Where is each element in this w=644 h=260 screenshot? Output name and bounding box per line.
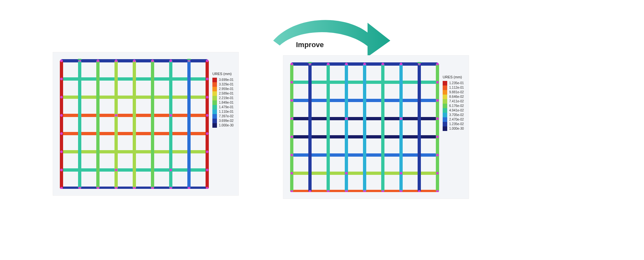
node-marker [345,172,348,175]
legend-value: 3.699e-02 [219,119,234,123]
legend-value: 2.470e-02 [449,117,464,122]
v-beam [327,64,330,191]
v-beam [381,64,384,191]
node-marker [400,63,402,65]
node-marker [60,78,63,80]
legend-swatch [212,110,217,114]
legend-swatch [212,123,217,128]
legend-row: 1.000e-30 [212,123,234,128]
legend-row: 1.849e-01 [212,100,234,105]
legend-row: 1.112e-01 [443,85,464,90]
legend-swatch [443,90,447,95]
legend-swatch [212,96,217,100]
legend-row: 2.959e-01 [212,87,234,91]
legend-value: 3.705e-02 [449,113,464,117]
node-marker [60,150,63,153]
v-beam [133,61,136,188]
node-marker [133,59,136,62]
legend-entries: 3.699e-013.329e-012.959e-012.589e-012.21… [212,78,234,128]
legend-value: 6.176e-02 [449,104,464,108]
node-marker [436,63,439,65]
node-marker [115,169,117,171]
legend-value: 1.849e-01 [219,100,234,105]
legend-row: 2.219e-01 [212,96,234,100]
node-marker [290,117,293,120]
legend-swatch [443,126,447,131]
legend-row: 1.235e-01 [443,81,464,85]
legend-swatch [443,122,447,126]
legend-value: 4.941e-02 [449,108,464,113]
legend-swatch [212,82,217,87]
legend-row: 7.411e-02 [443,99,464,104]
v-beam [78,61,81,188]
legend-value: 1.110e-01 [219,110,234,114]
node-marker [290,63,293,65]
legend-row: 1.000e-30 [443,126,464,131]
node-marker [290,154,293,156]
node-marker [382,63,384,65]
node-marker [290,136,293,138]
legend-swatch [443,108,447,113]
node-marker [206,59,208,62]
legend-row: 3.699e-01 [212,78,234,82]
legend-value: 7.397e-02 [219,114,234,119]
panel-after: URES (mm) 1.235e-011.112e-019.881e-028.6… [283,55,469,199]
node-marker [60,96,63,98]
legend-value: 1.000e-30 [219,123,234,128]
legend-row: 6.176e-02 [443,104,464,108]
legend-swatch [212,87,217,91]
legend-swatch [443,81,447,85]
legend-value: 9.881e-02 [449,90,464,95]
node-marker [206,150,208,153]
panel-before: URES (mm) 3.699e-013.329e-012.959e-012.5… [53,52,239,196]
legend-value: 2.959e-01 [219,87,234,91]
node-marker [436,117,439,120]
node-marker [60,59,63,62]
node-marker [327,63,329,65]
arrow-icon [267,10,394,55]
legend-row: 3.699e-02 [212,119,234,123]
improve-label: Improve [296,41,324,49]
node-marker [169,59,172,62]
legend-row: 7.397e-02 [212,114,234,119]
node-marker [400,172,402,175]
legend-row: 4.941e-02 [443,108,464,113]
legend-swatch [443,113,447,117]
legend-row: 9.881e-02 [443,90,464,95]
legend-value: 3.329e-01 [219,82,234,87]
v-beam [363,64,366,191]
legend-after: URES (mm) 1.235e-011.112e-019.881e-028.6… [443,75,464,131]
node-marker [151,59,154,62]
legend-swatch [212,105,217,110]
legend-value: 1.235e-01 [449,81,464,85]
node-marker [206,114,208,117]
node-marker [169,114,172,117]
node-marker [290,99,293,102]
node-marker [206,132,208,135]
node-marker [60,132,63,135]
legend-swatch [443,85,447,90]
v-beam [96,61,100,188]
legend-value: 2.589e-01 [219,91,234,96]
legend-row: 1.110e-01 [212,110,234,114]
node-marker [115,59,117,62]
v-beam [418,64,421,191]
node-marker [345,117,348,120]
legend-row: 1.235e-02 [443,122,464,126]
legend-swatch [443,104,447,108]
legend-entries: 1.235e-011.112e-019.881e-028.646e-027.41… [443,81,464,131]
legend-value: 2.219e-01 [219,96,234,100]
node-marker [436,154,439,156]
v-beam [308,64,312,191]
node-marker [169,169,172,171]
node-marker [97,59,99,62]
node-marker [436,81,439,84]
node-marker [60,114,63,117]
legend-value: 1.112e-01 [449,85,464,90]
stage: Improve URES (mm) 3.699e-013.329e-012.95… [0,0,644,260]
fea-grid-after [290,62,439,192]
legend-row: 2.589e-01 [212,91,234,96]
v-beam [151,61,154,188]
legend-row: 1.479e-01 [212,105,234,110]
legend-swatch [212,100,217,105]
